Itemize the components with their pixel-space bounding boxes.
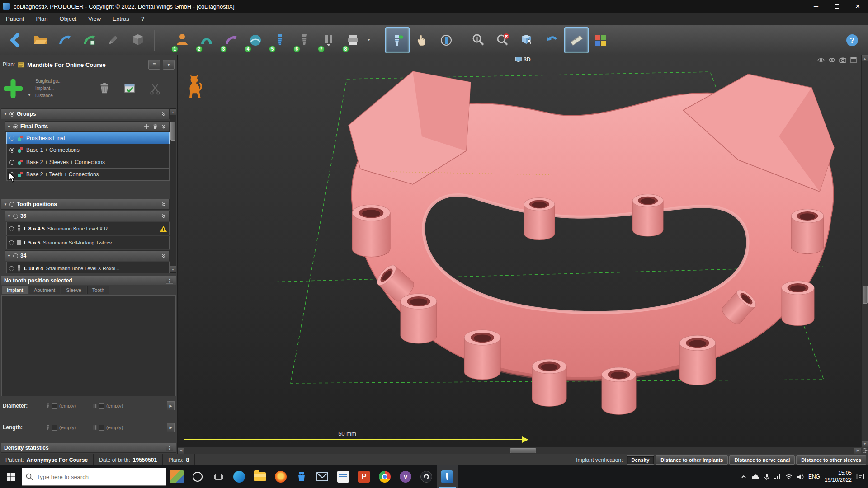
distance-sleeves-button[interactable]: Distance to other sleeves (796, 455, 866, 465)
taskbar-app-viber[interactable]: V (395, 465, 416, 488)
start-button[interactable] (0, 465, 22, 488)
scroll-right-arrow[interactable]: ▶ (854, 448, 861, 454)
wizard-dropdown-button[interactable]: ▼ (365, 28, 373, 53)
clock[interactable]: 15:05 19/10/2022 (825, 470, 852, 483)
diameter-checkbox-2[interactable] (99, 403, 104, 409)
scroll-thumb[interactable] (510, 448, 536, 453)
collapse-all-icon[interactable] (160, 253, 167, 259)
wizard-step-4-model[interactable]: 4 (243, 27, 268, 53)
collapse-triangle-icon[interactable]: ▼ (4, 112, 7, 116)
taskbar-search[interactable] (22, 468, 166, 486)
taskbar-app-obs[interactable] (416, 465, 437, 488)
scroll-down-arrow[interactable]: ▼ (862, 441, 868, 447)
plan-check-button[interactable] (52, 27, 77, 53)
sidebar-scrollbar[interactable]: ▲ ▼ (170, 108, 176, 273)
verify-plan-button[interactable] (120, 79, 139, 98)
taskbar-app-store[interactable] (291, 465, 312, 488)
wizard-step-6-abutment[interactable]: 6 (292, 27, 316, 53)
density-button[interactable]: Density (627, 455, 655, 465)
visibility-radio[interactable] (13, 253, 18, 258)
taskbar-app-explorer[interactable] (250, 465, 270, 488)
tab-implant[interactable]: Implant (2, 286, 28, 294)
plan-dropdown-button[interactable]: ▼ (163, 60, 175, 70)
tab-abutment[interactable]: Abutment (29, 286, 60, 294)
taskbar-app-firefox[interactable] (270, 465, 291, 488)
visibility-radio[interactable] (9, 202, 14, 207)
select-radio[interactable] (9, 160, 14, 165)
cut-tool-button-disabled[interactable] (146, 79, 165, 98)
wizard-step-2-segmentation[interactable]: 2 (194, 27, 219, 53)
open-plan-button[interactable] (28, 27, 52, 53)
wizard-step-7-sleeve[interactable]: 7 (316, 27, 341, 53)
model-cube-button[interactable] (126, 27, 150, 53)
implant-row-36-2[interactable]: L 5 ø 5 Straumann Self-locking T-sleev..… (6, 236, 170, 249)
add-object-dropdown[interactable]: ▼ (26, 78, 33, 99)
diameter-expand-button[interactable]: ▶ (167, 401, 175, 410)
group-item-prosthesis-final[interactable]: Prosthesis Final (6, 132, 170, 144)
viewport-3d[interactable]: 3D (178, 55, 868, 454)
edit-plan-button-disabled[interactable] (101, 27, 126, 53)
add-object-button[interactable] (3, 78, 24, 99)
microphone-icon[interactable] (764, 474, 769, 480)
scroll-left-arrow[interactable]: ◀ (178, 448, 184, 454)
screenshot-layout-tool[interactable] (589, 27, 613, 53)
action-center-icon[interactable] (856, 473, 864, 480)
density-statistics-header[interactable]: Density statistics ▲▼ (1, 443, 176, 453)
scroll-thumb[interactable] (863, 286, 868, 304)
final-parts-header[interactable]: ▼ Final Parts (5, 121, 170, 132)
add-option-implant[interactable]: Implant... (35, 85, 89, 92)
collapse-triangle-icon[interactable]: ▼ (4, 202, 7, 206)
menu-plan[interactable]: Plan (30, 13, 53, 25)
maximize-view-icon[interactable] (850, 56, 857, 64)
menu-patient[interactable]: Patient (0, 13, 30, 25)
tab-tooth[interactable]: Tooth (87, 286, 109, 294)
group-item-base1[interactable]: Base 1 + Connections (6, 144, 170, 156)
length-expand-button[interactable]: ▶ (167, 423, 175, 432)
diameter-checkbox-1[interactable] (52, 403, 57, 409)
network-icon[interactable] (774, 474, 781, 480)
add-option-distance[interactable]: Distance (35, 92, 89, 99)
close-button[interactable]: ✕ (847, 0, 868, 13)
collapse-triangle-icon[interactable]: ▼ (7, 125, 11, 129)
visibility-radio[interactable] (9, 112, 14, 117)
implant-axis-tool[interactable] (434, 27, 458, 53)
viewport-settings-button[interactable] (861, 447, 868, 454)
collapse-all-icon[interactable] (160, 111, 167, 117)
scroll-down-arrow[interactable]: ▼ (170, 266, 176, 272)
tooth-positions-header[interactable]: ▼ Tooth positions (1, 199, 170, 210)
implant-row-34-1[interactable]: L 10 ø 4 Straumann Bone Level X Roxol... (6, 262, 170, 273)
3d-canvas[interactable]: 50 mm (178, 55, 861, 447)
task-view-button[interactable] (208, 465, 229, 488)
link-icon[interactable] (828, 56, 835, 64)
zoom-implant-tool[interactable] (467, 27, 491, 53)
visibility-radio[interactable] (13, 124, 18, 129)
menu-object[interactable]: Object (54, 13, 83, 25)
select-radio[interactable] (9, 136, 14, 141)
tooth-34-header[interactable]: ▼ 34 (5, 250, 170, 261)
delete-measure-tool[interactable] (491, 27, 515, 53)
delete-object-button[interactable] (95, 79, 114, 98)
search-input[interactable] (37, 474, 162, 480)
add-option-surgical-guide[interactable]: Surgical gu... (35, 78, 89, 85)
collapse-all-icon[interactable] (160, 213, 167, 219)
wizard-step-1-patient[interactable]: 1 (170, 27, 194, 53)
minimize-button[interactable]: ─ (806, 0, 826, 13)
select-radio[interactable] (9, 266, 14, 271)
select-radio[interactable] (9, 240, 14, 245)
tab-sleeve[interactable]: Sleeve (61, 286, 86, 294)
undo-button[interactable] (540, 27, 564, 53)
scroll-thumb[interactable] (170, 122, 175, 141)
move-icon[interactable] (143, 123, 150, 130)
plan-menu-button[interactable]: ≡ (148, 60, 160, 70)
cortana-button[interactable] (187, 465, 208, 488)
taskbar-app-edge[interactable] (229, 465, 250, 488)
viewport-vertical-scrollbar[interactable]: ▲ ▼ (861, 55, 868, 447)
panel-collapse-button[interactable]: ▲▼ (166, 277, 173, 284)
back-button[interactable] (4, 27, 28, 53)
collapse-all-icon[interactable] (160, 123, 167, 130)
taskbar-app-mail[interactable] (312, 465, 333, 488)
visibility-radio[interactable] (13, 214, 18, 219)
wizard-step-8-export[interactable]: 8 (341, 27, 365, 53)
menu-extras[interactable]: Extras (107, 13, 135, 25)
collapse-all-icon[interactable] (160, 201, 167, 207)
